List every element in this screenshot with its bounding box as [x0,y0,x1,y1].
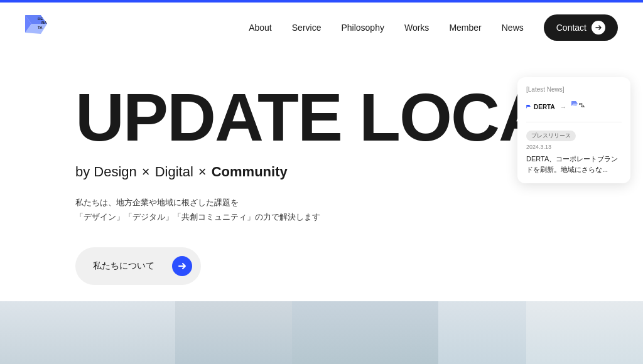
about-us-label: 私たちについて [93,260,154,272]
news-card[interactable]: [Latest News] DERTA → DE RA [517,77,630,183]
about-us-arrow-icon [172,256,192,276]
news-to-logo: DE RA [571,100,589,113]
svg-text:RA: RA [581,105,585,108]
nav-news[interactable]: News [502,23,524,33]
news-date: 2024.3.13 [526,144,622,150]
nav-works[interactable]: Works [404,23,429,33]
bottom-image-strip [0,301,643,364]
svg-text:RA: RA [41,21,47,24]
contact-arrow-icon [592,21,605,35]
logo-area[interactable]: DE RA TA [19,10,53,45]
description-line-2: 「デザイン」「デジタル」「共創コミュニティ」の力で解決します [75,210,643,224]
subtitle-community: Community [212,164,288,180]
strip-1 [0,301,175,364]
news-text: DERTA、コーポレートブランドを刷新。地域にさらな... [526,154,622,174]
main-content: UPDATE LOCAL by Design × Digital × Commu… [0,52,643,285]
hero-description: 私たちは、地方企業や地域に根ざした課題を 「デザイン」「デジタル」「共創コミュニ… [75,195,643,225]
subtitle-by-design: by Design [75,164,137,180]
logo-icon: DE RA TA [19,10,53,45]
contact-label: Contact [556,23,586,33]
news-arrow-icon: → [560,104,566,110]
nav-about[interactable]: About [249,23,272,33]
about-us-button[interactable]: 私たちについて [75,247,201,285]
strip-4 [438,301,526,364]
news-divider [526,122,622,122]
bottom-strip-inner [0,301,643,364]
news-badge: プレスリリース [526,131,576,141]
news-derta-logo: DERTA [526,104,555,110]
strip-2 [175,301,292,364]
strip-5 [526,301,643,364]
nav-service[interactable]: Service [292,23,322,33]
subtitle-digital: Digital [155,164,193,180]
description-line-1: 私たちは、地方企業や地域に根ざした課題を [75,195,643,210]
strip-3 [292,301,438,364]
news-logos: DERTA → DE RA [526,100,622,113]
news-card-label: [Latest News] [526,86,622,93]
cross-2-icon: × [198,164,207,180]
contact-button[interactable]: Contact [544,14,618,41]
svg-text:TA: TA [38,26,43,29]
nav-philosophy[interactable]: Philosophy [341,23,384,33]
nav-member[interactable]: Member [449,23,481,33]
cross-1-icon: × [142,164,150,180]
nav: About Service Philosophy Works Member Ne… [249,14,618,41]
header: DE RA TA About Service Philosophy Works … [0,3,643,52]
